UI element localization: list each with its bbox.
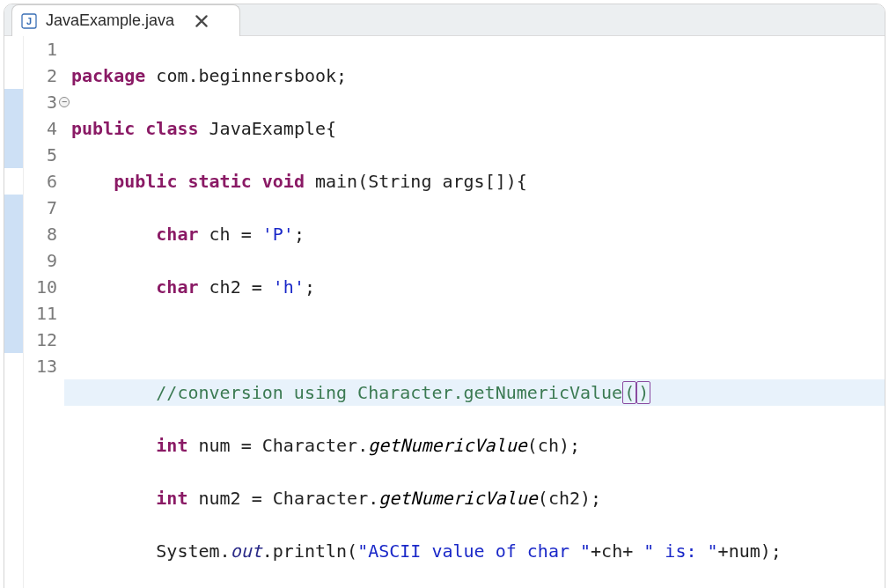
line-number: 3− (24, 89, 57, 115)
close-icon[interactable] (194, 13, 209, 29)
editor-tab-bar: J JavaExample.java (4, 4, 885, 36)
line-number: 12 (24, 327, 57, 353)
line-number: 13 (24, 353, 57, 379)
line-number: 2 (24, 62, 57, 89)
line-number: 9 (24, 247, 57, 274)
line-number: 6 (24, 168, 57, 195)
line-number-gutter: 1 2 3− 4 5 6 7 8 9 10 11 12 13 (24, 36, 64, 588)
line-number: 5 (24, 142, 57, 168)
line-number: 11 (24, 300, 57, 327)
line-number: 7 (24, 195, 57, 221)
line-number: 8 (24, 221, 57, 247)
editor-tab-title: JavaExample.java (46, 11, 174, 30)
editor-panel: J JavaExample.java 1 2 3− (4, 4, 885, 588)
editor-tab[interactable]: J JavaExample.java (11, 4, 240, 36)
line-number: 1 (24, 36, 57, 62)
code-area[interactable]: 1 2 3− 4 5 6 7 8 9 10 11 12 13 package c… (4, 36, 885, 588)
line-number: 10 (24, 274, 57, 300)
java-file-icon: J (21, 13, 37, 29)
line-number: 4 (24, 115, 57, 142)
svg-text:J: J (26, 16, 32, 26)
marker-ruler (4, 36, 24, 588)
code-text[interactable]: package com.beginnersbook; public class … (64, 36, 885, 588)
